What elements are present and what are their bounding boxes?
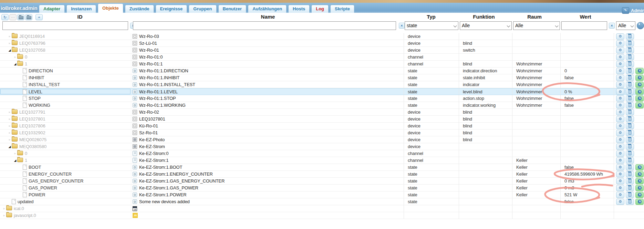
expand-arrow-icon[interactable]: ▹: [2, 214, 6, 217]
expand-arrow-icon[interactable]: ▹: [8, 124, 12, 127]
table-row[interactable]: ◢MEQ0380580Ke-EZ-Stromdevice⚙: [0, 143, 644, 150]
edit-object-button[interactable]: ⚙: [616, 150, 624, 157]
history-config-button[interactable]: [635, 82, 644, 88]
history-filter-select[interactable]: Alle: [616, 21, 635, 30]
edit-object-button[interactable]: ⚙: [616, 199, 624, 205]
edit-object-button[interactable]: ⚙: [616, 109, 624, 115]
edit-object-button[interactable]: ⚙: [616, 130, 624, 136]
collapse-arrow-icon[interactable]: ◢: [13, 159, 17, 162]
delete-object-button[interactable]: [626, 47, 634, 53]
table-row[interactable]: INSTALL_TESToWz-Ro-01:1.INSTALL_TESTstat…: [0, 81, 644, 88]
name-filter-input[interactable]: [133, 21, 396, 30]
edit-object-button[interactable]: ⚙: [616, 47, 624, 53]
edit-object-button[interactable]: ⚙: [616, 123, 624, 129]
delete-object-button[interactable]: [626, 61, 634, 67]
delete-object-button[interactable]: [626, 185, 634, 191]
tab-gruppen[interactable]: Gruppen: [189, 5, 216, 13]
edit-object-button[interactable]: ⚙: [616, 68, 624, 74]
table-row[interactable]: updatedoSome new devices addedstatefalse…: [0, 198, 644, 205]
table-row[interactable]: ◢LEQ1027058Wz-Ro-01deviceswitch⚙: [0, 47, 644, 54]
table-row[interactable]: ▹MEQ0026075Ke-EZ-Photodeviceblind⚙: [0, 136, 644, 143]
tab-benutzer[interactable]: Benutzer: [218, 5, 247, 13]
table-row[interactable]: WORKINGoWz-Ro-01:1.WORKINGstateindicator…: [0, 102, 644, 109]
expand-arrow-icon[interactable]: ▹: [8, 42, 12, 45]
edit-object-button[interactable]: ⚙: [616, 157, 624, 164]
expand-arrow-icon[interactable]: ▹: [8, 35, 12, 38]
edit-object-button[interactable]: ⚙: [616, 116, 624, 122]
delete-object-button[interactable]: [626, 54, 634, 60]
type-filter-select[interactable]: state: [405, 21, 458, 30]
collapse-arrow-icon[interactable]: ◢: [13, 62, 17, 66]
table-row[interactable]: ▹LEQ0763796Sz-Lü-01deviceblind⚙: [0, 40, 644, 47]
history-config-button[interactable]: [635, 68, 644, 74]
delete-object-button[interactable]: [626, 75, 634, 81]
expand-arrow-icon[interactable]: ▹: [13, 55, 17, 59]
edit-object-button[interactable]: ⚙: [616, 137, 624, 143]
edit-object-button[interactable]: ⚙: [616, 54, 624, 60]
add-object-button[interactable]: +: [35, 14, 43, 20]
table-row[interactable]: DIRECTIONoWz-Ro-01:1.DIRECTIONstateindic…: [0, 67, 644, 74]
expand-arrow-icon[interactable]: ▹: [13, 152, 17, 155]
delete-object-button[interactable]: [626, 144, 634, 150]
history-config-button[interactable]: [635, 164, 644, 170]
expand-arrow-icon[interactable]: ▹: [2, 207, 6, 210]
table-row[interactable]: BOOToKe-EZ-Strom:1.BOOTstateKellerfalse⚙: [0, 164, 644, 171]
refresh-button[interactable]: ↻: [1, 14, 9, 20]
expand-arrow-icon[interactable]: ▹: [8, 111, 12, 114]
delete-object-button[interactable]: [626, 157, 634, 164]
tab-objekte[interactable]: Objekte: [98, 3, 123, 13]
delete-object-button[interactable]: [626, 137, 634, 143]
table-row[interactable]: ▹LEQ1027791Wz-Ro-02deviceblind⚙: [0, 109, 644, 116]
table-row[interactable]: ▹javascript.0JS: [0, 212, 644, 219]
table-row[interactable]: LEVELoWz-Ro-01:1.LEVELstatelevel.blindWo…: [0, 88, 644, 95]
room-filter-select[interactable]: Alle: [513, 21, 560, 30]
delete-object-button[interactable]: [626, 130, 634, 136]
function-filter-select[interactable]: Alle: [460, 21, 512, 30]
edit-object-button[interactable]: ⚙: [616, 75, 624, 81]
history-config-button[interactable]: [635, 102, 644, 108]
history-config-button[interactable]: [635, 178, 644, 184]
delete-object-button[interactable]: [626, 82, 634, 88]
history-config-button[interactable]: [635, 95, 644, 102]
table-row[interactable]: ▹0Ke-EZ-Strom:0channel⚙: [0, 150, 644, 157]
delete-object-button[interactable]: [626, 68, 634, 74]
edit-object-button[interactable]: ⚙: [616, 40, 624, 46]
delete-object-button[interactable]: [626, 89, 634, 95]
clear-name-filter-button[interactable]: ×: [399, 23, 405, 29]
table-row[interactable]: ▹0Wz-Ro-01:0channel⚙: [0, 54, 644, 61]
table-row[interactable]: INHIBIToWz-Ro-01:1.INHIBITstatestate.inh…: [0, 74, 644, 81]
expand-arrow-icon[interactable]: ▹: [8, 117, 12, 121]
table-row[interactable]: POWERoKe-EZ-Strom:1.POWERstateKeller521 …: [0, 191, 644, 198]
edit-object-button[interactable]: ⚙: [616, 171, 624, 177]
collapse-arrow-icon[interactable]: ◢: [8, 49, 12, 52]
tab-aufzählungen[interactable]: Aufzählungen: [248, 5, 287, 13]
table-row[interactable]: STOPoWz-Ro-01:1.STOPstateaction.stopWohn…: [0, 95, 644, 102]
delete-object-button[interactable]: [626, 171, 634, 177]
edit-object-button[interactable]: ⚙: [616, 102, 624, 108]
table-row[interactable]: ▹ical.015: [0, 205, 644, 212]
edit-object-button[interactable]: ⚙: [616, 33, 624, 40]
history-config-button[interactable]: [635, 185, 644, 191]
expand-arrow-icon[interactable]: ▹: [8, 138, 12, 141]
expand-all-button[interactable]: [25, 14, 32, 20]
table-row[interactable]: ▹JEQ0116914Wz-Ro-03device⚙: [0, 33, 644, 40]
tab-skripte[interactable]: Skripte: [330, 5, 354, 13]
table-row[interactable]: ◢1Wz-Ro-01:1channelblindWohnzimmer⚙: [0, 61, 644, 67]
expand-arrow-icon[interactable]: ▹: [8, 131, 12, 134]
table-row[interactable]: GAS_POWERoKe-EZ-Strom:1.GAS_POWERstateKe…: [0, 185, 644, 191]
edit-object-button[interactable]: ⚙: [616, 95, 624, 102]
history-config-button[interactable]: [635, 199, 644, 205]
delete-object-button[interactable]: [626, 33, 634, 40]
collapse-arrow-icon[interactable]: ◢: [8, 145, 12, 148]
tab-hosts[interactable]: Hosts: [288, 5, 310, 13]
table-row[interactable]: ◢1Ke-EZ-Strom:1channelKeller⚙: [0, 157, 644, 164]
value-filter-input[interactable]: [561, 21, 607, 30]
tab-zustände[interactable]: Zustände: [125, 5, 154, 13]
edit-object-button[interactable]: ⚙: [616, 89, 624, 95]
delete-object-button[interactable]: [626, 123, 634, 129]
edit-object-button[interactable]: ⚙: [616, 164, 624, 170]
delete-object-button[interactable]: [626, 116, 634, 122]
tab-instanzen[interactable]: Instanzen: [66, 5, 96, 13]
tab-log[interactable]: Log: [311, 5, 329, 13]
delete-object-button[interactable]: [626, 40, 634, 46]
